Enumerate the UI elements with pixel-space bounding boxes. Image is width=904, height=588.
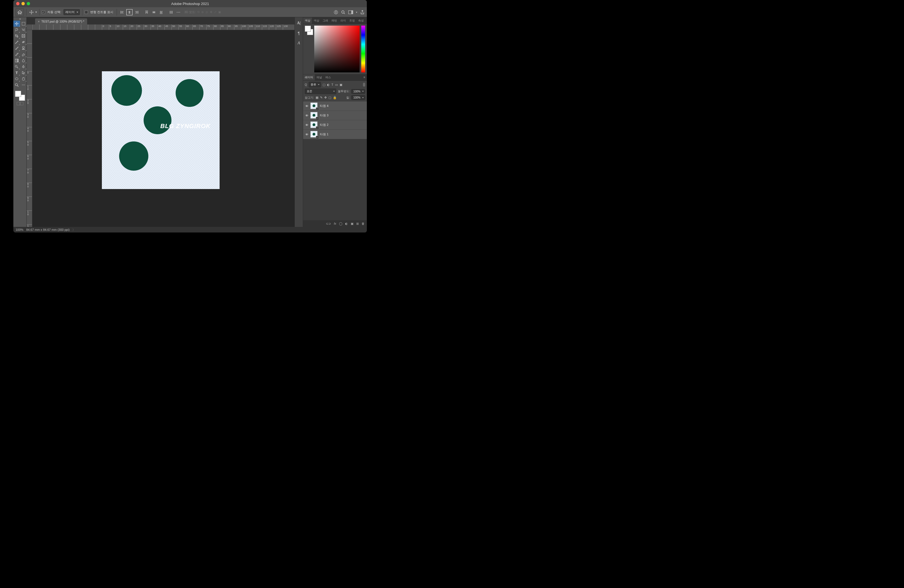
- auto-select-dropdown[interactable]: 레이어: [63, 9, 80, 15]
- lock-transparency-icon[interactable]: ▩: [316, 96, 318, 100]
- eraser-tool[interactable]: [20, 51, 27, 57]
- quick-mask-toggle[interactable]: [14, 102, 25, 105]
- account-icon[interactable]: [334, 10, 338, 14]
- lock-all-icon[interactable]: 🔒: [333, 96, 337, 100]
- quick-select-tool[interactable]: [20, 27, 27, 33]
- align-center-h-button[interactable]: [126, 9, 133, 15]
- close-window-button[interactable]: [16, 2, 19, 5]
- filter-adjust-icon[interactable]: ◐: [327, 83, 330, 87]
- lock-position-icon[interactable]: ✥: [324, 96, 327, 100]
- patterns-tab[interactable]: 패턴: [330, 17, 339, 24]
- channels-tab[interactable]: 채널: [315, 74, 324, 81]
- camera-3d-icon[interactable]: ▣: [218, 10, 221, 14]
- document-tab[interactable]: × TEST.psd @ 100% (RGB/32*) *: [35, 18, 87, 24]
- status-chevron-icon[interactable]: 〉: [73, 228, 76, 232]
- delete-layer-icon[interactable]: 🗑: [362, 222, 365, 225]
- layer-mask-icon[interactable]: ◯: [339, 222, 342, 226]
- vertical-ruler[interactable]: 01020304050607080901011121314: [27, 30, 32, 227]
- align-bottom-button[interactable]: [158, 9, 164, 15]
- visibility-toggle-icon[interactable]: 👁: [305, 104, 309, 108]
- healing-tool[interactable]: [20, 39, 27, 45]
- frame-tool[interactable]: [20, 33, 27, 39]
- dodge-tool[interactable]: [13, 63, 20, 70]
- visibility-toggle-icon[interactable]: 👁: [305, 133, 309, 136]
- fill-input[interactable]: 100%: [351, 95, 365, 100]
- crop-tool[interactable]: [13, 33, 20, 39]
- new-layer-icon[interactable]: ⊞: [356, 222, 359, 226]
- pen-tool[interactable]: [20, 63, 27, 70]
- layer-row[interactable]: 👁 ▭ 타원 2: [303, 120, 367, 130]
- distribute-button[interactable]: [168, 9, 174, 15]
- layer-name[interactable]: 타원 1: [320, 132, 329, 136]
- lock-pixels-icon[interactable]: ✎: [320, 96, 322, 100]
- layer-name[interactable]: 타원 4: [320, 104, 329, 108]
- color-field[interactable]: [314, 25, 360, 73]
- adjustment-layer-icon[interactable]: ◐: [345, 222, 348, 226]
- edit-toolbar-button[interactable]: ⋯: [20, 82, 27, 88]
- gradients-tab[interactable]: 그레: [321, 17, 330, 24]
- gradient-tool[interactable]: [13, 57, 20, 63]
- opacity-input[interactable]: 100%: [351, 89, 365, 94]
- maximize-window-button[interactable]: [27, 2, 30, 5]
- align-center-v-button[interactable]: [151, 9, 157, 15]
- zoom-level[interactable]: 100%: [16, 228, 24, 231]
- slide-3d-icon[interactable]: ✥: [210, 10, 212, 14]
- adjustments-tab[interactable]: 조정: [348, 17, 357, 24]
- layer-filter-dropdown[interactable]: 종류: [309, 82, 321, 87]
- close-tab-icon[interactable]: ×: [38, 20, 40, 23]
- more-options-button[interactable]: ⋯: [175, 9, 182, 15]
- paths-tab[interactable]: 패스: [324, 74, 333, 81]
- layer-name[interactable]: 타원 3: [320, 113, 329, 117]
- properties-tab[interactable]: 속성: [357, 17, 365, 24]
- blur-tool[interactable]: [20, 57, 27, 63]
- horizontal-ruler[interactable]: 0510152025303540455055606570758085909510…: [32, 24, 294, 30]
- libraries-tab[interactable]: 라이: [339, 17, 348, 24]
- layer-name[interactable]: 타원 2: [320, 123, 329, 127]
- character-panel-icon[interactable]: A|: [296, 20, 302, 26]
- minimize-window-button[interactable]: [21, 2, 25, 5]
- toolbar-collapse-toggle[interactable]: [13, 17, 27, 21]
- home-button[interactable]: [16, 8, 24, 16]
- marquee-tool[interactable]: [20, 21, 27, 27]
- layer-style-icon[interactable]: fx: [334, 222, 336, 225]
- document-info[interactable]: 84.67 mm x 84.67 mm (300 ppi): [26, 228, 70, 231]
- eyedropper-tool[interactable]: [13, 39, 20, 45]
- scale-3d-icon[interactable]: ⤢: [214, 10, 217, 14]
- glyphs-panel-icon[interactable]: A: [296, 40, 302, 46]
- artboard[interactable]: BLG ZYNGIROK: [102, 71, 220, 189]
- path-select-tool[interactable]: [20, 70, 27, 76]
- visibility-toggle-icon[interactable]: 👁: [305, 123, 309, 126]
- ellipse-shape[interactable]: [175, 79, 204, 107]
- align-top-button[interactable]: [144, 9, 150, 15]
- auto-select-checkbox[interactable]: [42, 11, 45, 14]
- filter-shape-icon[interactable]: ▭: [335, 83, 338, 87]
- transform-controls-checkbox[interactable]: [85, 11, 88, 14]
- panel-menu-icon[interactable]: ≡: [362, 76, 367, 79]
- lock-artboard-icon[interactable]: ▢: [329, 96, 331, 100]
- shape-tool[interactable]: [13, 76, 20, 82]
- type-tool[interactable]: T: [13, 70, 20, 76]
- hand-tool[interactable]: [20, 76, 27, 82]
- ellipse-shape[interactable]: [119, 141, 149, 171]
- history-brush-tool[interactable]: [13, 51, 20, 57]
- ellipse-shape[interactable]: [111, 75, 142, 106]
- blend-mode-dropdown[interactable]: 표준: [305, 89, 336, 94]
- share-icon[interactable]: [360, 10, 365, 14]
- group-layers-icon[interactable]: ▣: [351, 222, 354, 226]
- layers-tab[interactable]: 레이어: [303, 74, 315, 81]
- layer-row[interactable]: 👁 ▭ 타원 3: [303, 111, 367, 120]
- paragraph-panel-icon[interactable]: ¶: [296, 30, 302, 36]
- filter-pixel-icon[interactable]: ▢: [322, 83, 326, 87]
- layer-row[interactable]: 👁 ▭ 타원 4: [303, 101, 367, 111]
- ellipse-shape[interactable]: [144, 106, 171, 134]
- canvas-viewport[interactable]: BLG ZYNGIROK: [32, 30, 294, 227]
- align-right-button[interactable]: [134, 9, 140, 15]
- fg-bg-color-swatch[interactable]: [305, 25, 313, 73]
- search-icon[interactable]: [341, 10, 345, 14]
- hue-slider[interactable]: [361, 25, 365, 73]
- actions-tab[interactable]: 작업: [365, 17, 367, 24]
- pan-3d-icon[interactable]: ⊕: [201, 10, 204, 14]
- filter-smart-icon[interactable]: ▣: [340, 83, 342, 87]
- foreground-background-swatch[interactable]: [15, 91, 25, 101]
- filter-toggle[interactable]: [363, 83, 365, 87]
